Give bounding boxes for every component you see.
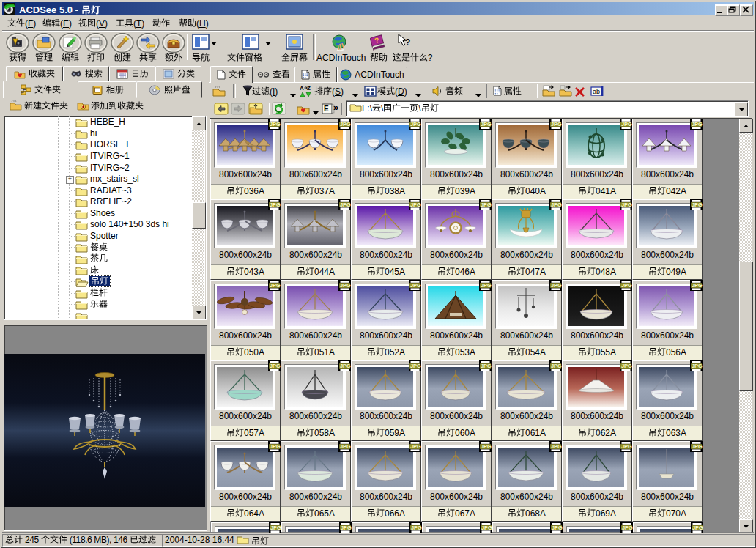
svg-text:JPG: JPG bbox=[270, 201, 281, 208]
svg-text:JPG: JPG bbox=[692, 443, 703, 450]
svg-text:?: ? bbox=[405, 37, 410, 48]
svg-text:E: E bbox=[324, 105, 329, 113]
svg-text:Z: Z bbox=[307, 85, 311, 92]
svg-text:JPG: JPG bbox=[410, 201, 421, 208]
svg-text:JPG: JPG bbox=[481, 201, 492, 208]
svg-text:JPG: JPG bbox=[551, 363, 562, 369]
svg-text:JPG: JPG bbox=[621, 121, 632, 127]
svg-text:JPG: JPG bbox=[692, 363, 703, 369]
svg-text:JPG: JPG bbox=[692, 525, 703, 531]
svg-text:JPG: JPG bbox=[410, 282, 421, 289]
svg-text:JPG: JPG bbox=[270, 121, 281, 127]
svg-text:JPG: JPG bbox=[551, 282, 562, 289]
svg-text:JPG: JPG bbox=[621, 363, 632, 369]
svg-text:JPG: JPG bbox=[340, 363, 351, 369]
svg-text:JPG: JPG bbox=[340, 443, 351, 450]
svg-text:JPG: JPG bbox=[621, 201, 632, 208]
svg-text:JPG: JPG bbox=[481, 443, 492, 450]
svg-text:JPG: JPG bbox=[341, 525, 352, 531]
svg-text:JPG: JPG bbox=[551, 121, 562, 127]
svg-text:JPG: JPG bbox=[622, 525, 633, 531]
svg-text:ab: ab bbox=[593, 88, 600, 95]
svg-text:JPG: JPG bbox=[621, 282, 632, 289]
svg-text:JPG: JPG bbox=[481, 121, 492, 127]
svg-text:JPG: JPG bbox=[481, 363, 492, 369]
svg-text:JPG: JPG bbox=[340, 201, 351, 208]
svg-text:JPG: JPG bbox=[270, 443, 281, 450]
svg-text:JPG: JPG bbox=[621, 443, 632, 450]
svg-text:JPG: JPG bbox=[410, 121, 421, 127]
svg-text:JPG: JPG bbox=[270, 525, 281, 531]
svg-text:JPG: JPG bbox=[481, 525, 492, 531]
svg-text:JPG: JPG bbox=[692, 121, 703, 127]
svg-text:JPG: JPG bbox=[410, 363, 421, 369]
svg-text:JPG: JPG bbox=[692, 201, 703, 208]
svg-text:A: A bbox=[300, 85, 304, 92]
svg-text:JPG: JPG bbox=[270, 282, 281, 289]
svg-text:JPG: JPG bbox=[481, 282, 492, 289]
svg-text:JPG: JPG bbox=[552, 525, 563, 531]
svg-text:JPG: JPG bbox=[692, 282, 703, 289]
svg-text:JPG: JPG bbox=[551, 443, 562, 450]
svg-text:JPG: JPG bbox=[410, 443, 421, 450]
svg-text:JPG: JPG bbox=[340, 282, 351, 289]
svg-text:JPG: JPG bbox=[270, 363, 281, 369]
svg-text:JPG: JPG bbox=[551, 201, 562, 208]
svg-text:JPG: JPG bbox=[340, 121, 351, 127]
svg-text:JPG: JPG bbox=[411, 525, 422, 531]
